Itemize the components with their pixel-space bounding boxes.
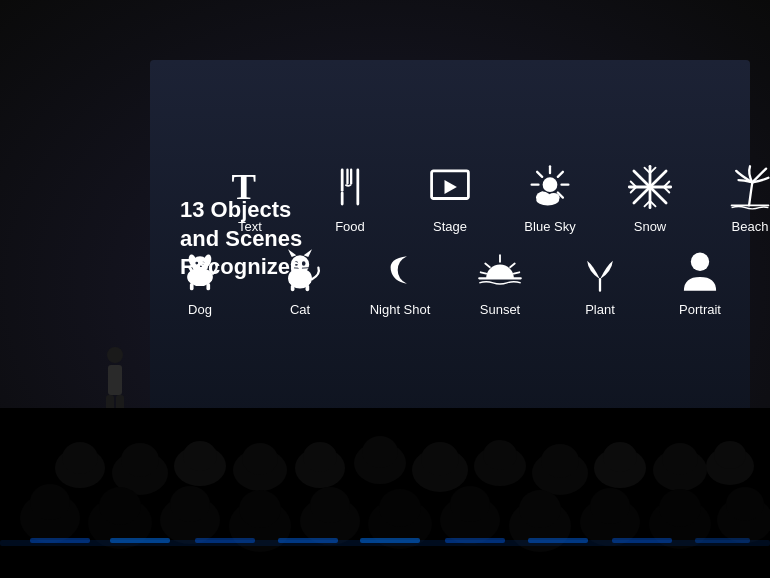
- svg-point-121: [726, 487, 764, 521]
- svg-point-113: [450, 486, 490, 522]
- svg-rect-52: [306, 285, 310, 291]
- svg-point-103: [99, 487, 141, 525]
- svg-rect-127: [360, 538, 420, 543]
- svg-rect-131: [695, 538, 750, 543]
- plant-label: Plant: [585, 302, 615, 317]
- svg-point-8: [543, 177, 558, 192]
- svg-point-60: [691, 253, 709, 271]
- icon-item-beach: Beach: [715, 161, 770, 234]
- snow-label: Snow: [634, 219, 667, 234]
- svg-point-97: [662, 443, 698, 475]
- icon-item-portrait: Portrait: [665, 244, 735, 317]
- portrait-icon: [677, 244, 723, 296]
- svg-point-109: [310, 487, 350, 523]
- svg-line-58: [514, 272, 520, 273]
- icon-item-blue-sky: Blue Sky: [515, 161, 585, 234]
- icon-item-night-shot: Night Shot: [365, 244, 435, 317]
- svg-rect-2: [341, 192, 344, 206]
- night-shot-label: Night Shot: [370, 302, 431, 317]
- icon-item-snow: Snow: [615, 161, 685, 234]
- portrait-label: Portrait: [679, 302, 721, 317]
- svg-point-81: [183, 441, 217, 471]
- svg-rect-125: [195, 538, 255, 543]
- svg-rect-51: [291, 285, 295, 291]
- svg-point-95: [603, 442, 637, 472]
- audience-area: [0, 408, 770, 578]
- dog-label: Dog: [188, 302, 212, 317]
- svg-point-87: [362, 436, 398, 468]
- beach-icon: [727, 161, 770, 213]
- blue-sky-icon: [527, 161, 573, 213]
- icons-row-2: Dog: [250, 244, 750, 317]
- night-shot-icon: [377, 244, 423, 296]
- headline-line2: Recognized: [180, 254, 303, 279]
- plant-icon: [577, 244, 623, 296]
- svg-point-99: [714, 441, 746, 469]
- svg-rect-129: [528, 538, 588, 543]
- presentation-screen: 13 Objects and Scenes Recognized T Text: [150, 60, 750, 418]
- sunset-icon: [477, 244, 523, 296]
- svg-line-13: [537, 172, 542, 177]
- svg-rect-3: [356, 169, 359, 206]
- svg-rect-4: [346, 169, 348, 185]
- cat-label: Cat: [290, 302, 310, 317]
- svg-rect-126: [278, 538, 338, 543]
- svg-point-79: [121, 443, 159, 477]
- svg-point-105: [170, 486, 210, 522]
- svg-rect-123: [30, 538, 90, 543]
- svg-point-107: [239, 490, 281, 528]
- svg-point-71: [107, 347, 123, 363]
- icons-row-1: T Text: [250, 161, 750, 234]
- svg-line-15: [558, 172, 563, 177]
- svg-point-91: [483, 440, 517, 470]
- svg-point-85: [303, 442, 337, 472]
- icon-item-flower: Flower: [765, 244, 770, 317]
- sunset-label: Sunset: [480, 302, 520, 317]
- svg-rect-72: [108, 365, 122, 395]
- svg-point-115: [519, 490, 561, 528]
- svg-point-93: [541, 444, 579, 478]
- svg-point-111: [379, 489, 421, 527]
- svg-rect-124: [110, 538, 170, 543]
- svg-point-117: [590, 488, 630, 524]
- icon-item-plant: Plant: [565, 244, 635, 317]
- svg-line-57: [481, 272, 487, 273]
- svg-rect-128: [445, 538, 505, 543]
- svg-rect-41: [206, 283, 210, 290]
- food-label: Food: [335, 219, 365, 234]
- svg-point-89: [421, 442, 459, 476]
- svg-line-56: [510, 264, 515, 268]
- stage-label: Stage: [433, 219, 467, 234]
- headline-line1: 13 Objects and Scenes: [180, 197, 302, 251]
- svg-rect-130: [612, 538, 672, 543]
- stage-icon: [427, 161, 473, 213]
- headline-text: 13 Objects and Scenes Recognized: [180, 196, 320, 282]
- svg-point-119: [659, 489, 701, 527]
- svg-line-55: [485, 264, 490, 268]
- blue-sky-label: Blue Sky: [524, 219, 575, 234]
- snow-icon: [627, 161, 673, 213]
- svg-point-77: [62, 442, 98, 474]
- svg-point-101: [30, 484, 70, 520]
- beach-label: Beach: [732, 219, 769, 234]
- icon-item-food: Food: [315, 161, 385, 234]
- svg-point-83: [242, 443, 278, 475]
- food-icon: [327, 161, 373, 213]
- svg-marker-7: [444, 180, 456, 194]
- svg-point-19: [548, 193, 560, 202]
- icon-item-sunset: Sunset: [465, 244, 535, 317]
- svg-rect-5: [350, 169, 352, 185]
- presentation-scene: 13 Objects and Scenes Recognized T Text: [0, 0, 770, 578]
- svg-rect-40: [190, 283, 194, 290]
- icon-item-stage: Stage: [415, 161, 485, 234]
